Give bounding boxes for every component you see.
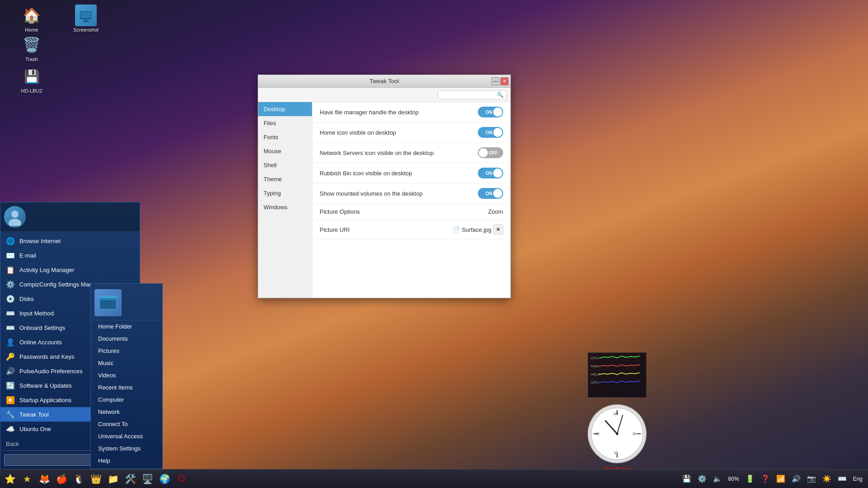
submenu-help-label: Help bbox=[98, 457, 110, 464]
submenu-item-computer[interactable]: Computer bbox=[91, 394, 162, 406]
sidebar-item-shell[interactable]: Shell bbox=[258, 158, 312, 172]
taskbar-icon-folder[interactable]: 📁 bbox=[105, 471, 121, 487]
menu-item-online-accounts-label: Online Accounts bbox=[19, 339, 62, 346]
email-icon: ✉️ bbox=[6, 251, 15, 260]
submenu-computer-label: Computer bbox=[98, 396, 124, 403]
toggle-network-servers[interactable]: OFF bbox=[478, 147, 503, 158]
taskbar-icon-fox[interactable]: 🦊 bbox=[36, 471, 52, 487]
toggle-rubbish-bin[interactable]: ON bbox=[478, 168, 503, 178]
taskbar-icon-star2[interactable]: ★ bbox=[19, 471, 35, 487]
browse-internet-icon: 🌐 bbox=[6, 236, 15, 245]
window-minimize-button[interactable]: — bbox=[491, 77, 500, 85]
desktop-icon-screenshot[interactable]: Screenshot bbox=[68, 5, 104, 33]
menu-user-area bbox=[0, 202, 140, 232]
menu-search-input[interactable] bbox=[4, 454, 104, 466]
sidebar-item-windows[interactable]: Windows bbox=[258, 200, 312, 214]
taskbar-icon-browser[interactable]: O bbox=[174, 471, 190, 487]
setting-label-picture-options: Picture Options bbox=[320, 208, 488, 215]
submenu-item-connect-to[interactable]: Connect To bbox=[91, 418, 162, 430]
desktop-icon-home-label: Home bbox=[25, 27, 38, 33]
setting-label-network-servers: Network Servers icon visible on the desk… bbox=[320, 150, 478, 156]
toggle-knob-5 bbox=[493, 189, 502, 198]
submenu-item-videos[interactable]: Videos bbox=[91, 369, 162, 381]
submenu-item-music[interactable]: Music bbox=[91, 357, 162, 369]
tweak-search-input[interactable] bbox=[441, 92, 495, 98]
desktop-icon-home[interactable]: 🏠 Home bbox=[14, 5, 50, 33]
setting-row-home-icon: Home icon visible on desktop ON bbox=[312, 122, 510, 143]
taskbar-icon-tools[interactable]: 🛠️ bbox=[122, 471, 138, 487]
menu-item-email[interactable]: ✉️ E-mail bbox=[0, 248, 140, 263]
taskbar-icon-globe[interactable]: 🌍 bbox=[156, 471, 173, 487]
svg-text:XII: XII bbox=[613, 412, 618, 416]
svg-rect-2 bbox=[84, 20, 88, 21]
hd-icon: 💾 bbox=[21, 66, 42, 87]
sidebar-item-theme[interactable]: Theme bbox=[258, 172, 312, 186]
submenu-avatar bbox=[94, 289, 122, 316]
svg-text:RAM: RAM bbox=[591, 364, 599, 368]
taskbar-battery-icon[interactable]: 🔋 bbox=[744, 474, 756, 484]
taskbar-icon-penguin[interactable]: 🐧 bbox=[71, 471, 87, 487]
submenu-network-label: Network bbox=[98, 408, 120, 415]
desktop: 🏠 Home Screenshot 🗑️ Trash 💾 HD-LBU2 bbox=[0, 0, 868, 488]
passwords-icon: 🔑 bbox=[6, 352, 15, 361]
compiz-icon: ⚙️ bbox=[6, 280, 15, 289]
submenu-item-recent[interactable]: Recent Items bbox=[91, 381, 162, 394]
toggle-home-icon[interactable]: ON bbox=[478, 127, 503, 138]
submenu-item-documents[interactable]: Documents bbox=[91, 333, 162, 345]
sidebar-item-mouse[interactable]: Mouse bbox=[258, 144, 312, 158]
file-submenu: Home Folder Documents Pictures Music Vid… bbox=[90, 283, 163, 469]
taskbar-keyboard-icon[interactable]: ⌨️ bbox=[836, 474, 849, 484]
submenu-item-network[interactable]: Network bbox=[91, 406, 162, 418]
taskbar-network-icon[interactable]: 📶 bbox=[774, 474, 787, 484]
toggle-mounted-volumes[interactable]: ON bbox=[478, 188, 503, 199]
submenu-item-home-folder[interactable]: Home Folder bbox=[91, 320, 162, 333]
desktop-icon-hd[interactable]: 💾 HD-LBU2 bbox=[14, 66, 50, 94]
setting-label-file-manager: Have file manager handle the desktop bbox=[320, 109, 478, 116]
clock-widget: XII III VI IX Sun 26 Jan bbox=[588, 404, 646, 463]
taskbar-audio2-icon[interactable]: 🔊 bbox=[790, 474, 802, 484]
taskbar: ⭐ ★ 🦊 🍎 🐧 👑 📁 🛠️ 🖥️ 🌍 O 💾 ⚙️ 🔈 80% 🔋 ❓ 📶… bbox=[0, 469, 868, 488]
submenu-item-system-settings[interactable]: System Settings bbox=[91, 442, 162, 455]
tweak-tool-icon: 🔧 bbox=[6, 410, 15, 419]
taskbar-brightness-icon[interactable]: ☀️ bbox=[821, 474, 833, 484]
taskbar-icon-monitor[interactable]: 🖥️ bbox=[139, 471, 156, 487]
taskbar-icon-star[interactable]: ⭐ bbox=[2, 471, 18, 487]
menu-item-startup-apps-label: Startup Applications bbox=[19, 397, 71, 404]
submenu-system-settings-label: System Settings bbox=[98, 445, 141, 452]
menu-item-browse-internet-label: Browse Internet bbox=[19, 238, 61, 244]
menu-item-activity-log-label: Activity Log Manager bbox=[19, 267, 74, 273]
search-box: 🔍 bbox=[438, 90, 507, 99]
taskbar-screenshot-icon[interactable]: 📷 bbox=[805, 474, 818, 484]
taskbar-right-area: 💾 ⚙️ 🔈 80% 🔋 ❓ 📶 🔊 📷 ☀️ ⌨️ Eng bbox=[680, 474, 868, 484]
menu-item-passwords-label: Passwords and Keys bbox=[19, 353, 74, 360]
taskbar-hdd-icon[interactable]: 💾 bbox=[680, 474, 693, 484]
svg-rect-8 bbox=[100, 300, 116, 309]
menu-item-software-updates-label: Software & Updates bbox=[19, 382, 72, 389]
desktop-icon-trash[interactable]: 🗑️ Trash bbox=[14, 34, 50, 62]
sidebar-item-desktop[interactable]: Desktop bbox=[258, 102, 312, 116]
menu-item-browse-internet[interactable]: 🌐 Browse Internet bbox=[0, 234, 140, 248]
svg-point-5 bbox=[9, 219, 21, 226]
sidebar-item-typing[interactable]: Typing bbox=[258, 186, 312, 200]
taskbar-volume-icon[interactable]: 🔈 bbox=[711, 474, 724, 484]
taskbar-icon-apple[interactable]: 🍎 bbox=[53, 471, 70, 487]
setting-row-mounted-volumes: Show mounted volumes on the desktop ON bbox=[312, 183, 510, 204]
taskbar-icon-crown[interactable]: 👑 bbox=[88, 471, 104, 487]
disks-icon: 💿 bbox=[6, 294, 15, 303]
taskbar-help-icon[interactable]: ❓ bbox=[759, 474, 772, 484]
taskbar-lang-label[interactable]: Eng bbox=[851, 475, 864, 483]
submenu-item-universal-access[interactable]: Universal Access bbox=[91, 430, 162, 442]
picture-uri-clear-button[interactable]: ✕ bbox=[493, 225, 503, 235]
menu-item-activity-log[interactable]: 📋 Activity Log Manager bbox=[0, 263, 140, 277]
window-close-button[interactable]: ✕ bbox=[500, 77, 509, 85]
submenu-item-help[interactable]: Help bbox=[91, 455, 162, 467]
sidebar-item-files[interactable]: Files bbox=[258, 116, 312, 130]
taskbar-volume-pct[interactable]: 80% bbox=[726, 475, 741, 483]
submenu-item-pictures[interactable]: Pictures bbox=[91, 345, 162, 357]
toggle-knob-3 bbox=[479, 148, 488, 157]
menu-back-label: Back bbox=[6, 441, 19, 447]
toggle-file-manager[interactable]: ON bbox=[478, 107, 503, 117]
sidebar-item-fonts[interactable]: Fonts bbox=[258, 130, 312, 144]
taskbar-settings-icon[interactable]: ⚙️ bbox=[696, 474, 708, 484]
setting-row-picture-uri: Picture URI 📄 Surface.jpg ✕ bbox=[312, 220, 510, 239]
